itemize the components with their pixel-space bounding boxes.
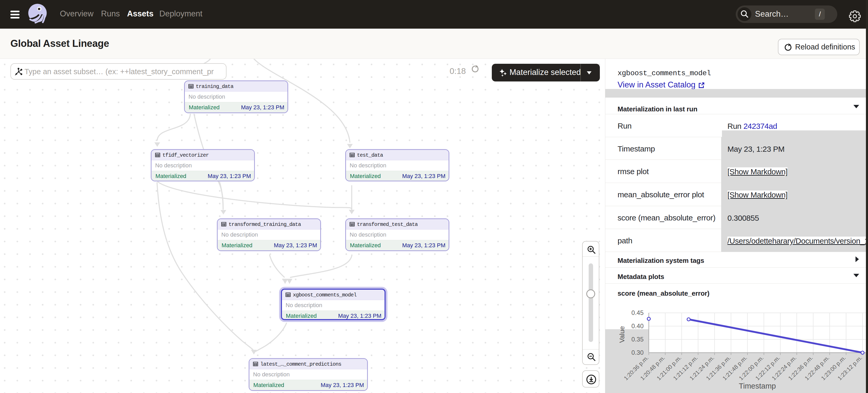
svg-text:0.30: 0.30: [631, 349, 644, 356]
svg-text:Timestamp: Timestamp: [739, 382, 776, 390]
svg-text:0.45: 0.45: [631, 309, 644, 316]
svg-text:Value: Value: [618, 326, 626, 343]
svg-text:0.35: 0.35: [631, 336, 644, 343]
svg-text:0.40: 0.40: [631, 323, 644, 329]
